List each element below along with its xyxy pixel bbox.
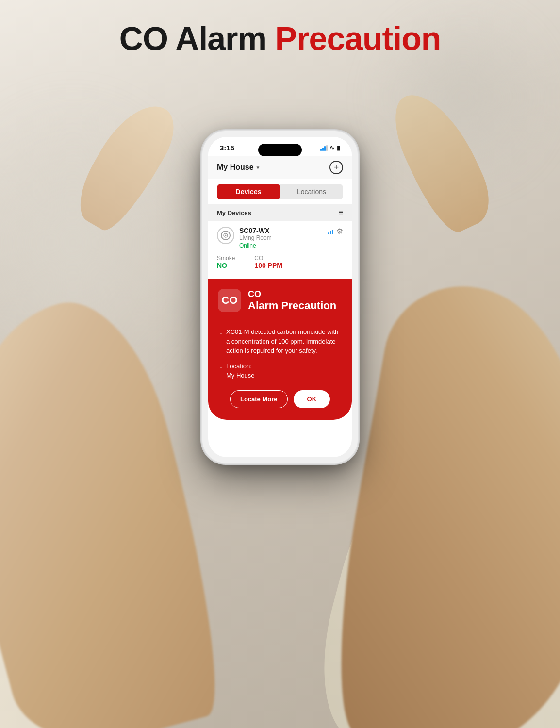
smoke-value: NO	[217, 262, 235, 269]
device-status: Online	[239, 242, 328, 249]
locate-more-button[interactable]: Locate More	[230, 390, 288, 408]
phone: 3:15 ∿ ▮ My House ▼	[202, 131, 358, 463]
device-actions: ⚙	[328, 227, 343, 236]
alert-body: · XC01-M detected carbon monoxide with a…	[218, 327, 342, 381]
page-title: CO Alarm Precaution	[0, 19, 560, 57]
device-location: Living Room	[239, 234, 328, 241]
status-time: 3:15	[220, 144, 234, 152]
device-name: SC07-WX	[239, 227, 328, 234]
svg-point-2	[225, 235, 227, 236]
alert-title-group: CO Alarm Precaution	[248, 289, 336, 312]
device-signal-icon	[328, 229, 333, 234]
status-icons: ∿ ▮	[320, 144, 340, 151]
signal-bars-icon	[320, 145, 328, 151]
title-black: CO Alarm	[119, 20, 275, 57]
alert-actions: Locate More OK	[218, 390, 342, 408]
house-name: My House	[217, 163, 254, 172]
wifi-icon: ∿	[329, 144, 335, 151]
bullet-dot-1: ·	[220, 327, 222, 339]
reading-co: CO 100 PPM	[254, 255, 282, 269]
alert-message: XC01-M detected carbon monoxide with a c…	[226, 327, 340, 356]
co-label: CO	[254, 255, 282, 262]
alert-header: CO CO Alarm Precaution	[218, 289, 342, 319]
alert-location: Location:My House	[226, 362, 255, 381]
reading-smoke: Smoke NO	[217, 255, 235, 269]
readings: Smoke NO CO 100 PPM	[217, 255, 343, 269]
ok-button[interactable]: OK	[294, 390, 330, 408]
status-bar: 3:15 ∿ ▮	[208, 137, 352, 156]
device-top: SC07-WX Living Room Online ⚙	[217, 227, 343, 249]
device-settings-icon[interactable]: ⚙	[336, 227, 343, 236]
section-header: My Devices ≡	[208, 204, 352, 221]
alert-title: Alarm Precaution	[248, 299, 336, 312]
tab-devices[interactable]: Devices	[217, 184, 280, 199]
alert-bullet-1: · XC01-M detected carbon monoxide with a…	[220, 327, 340, 356]
menu-icon[interactable]: ≡	[339, 208, 343, 217]
app-header: My House ▼ +	[208, 156, 352, 179]
alert-bullet-2: · Location:My House	[220, 362, 340, 381]
alert-co-label: CO	[248, 289, 336, 299]
bullet-dot-2: ·	[220, 362, 222, 374]
tab-locations[interactable]: Locations	[280, 184, 343, 199]
co-alert-icon: CO	[218, 289, 241, 312]
smoke-label: Smoke	[217, 255, 235, 262]
dynamic-island	[258, 144, 302, 156]
co-value: 100 PPM	[254, 262, 282, 269]
battery-icon: ▮	[337, 145, 340, 151]
section-title: My Devices	[217, 209, 251, 216]
house-selector[interactable]: My House ▼	[217, 163, 260, 172]
device-info: SC07-WX Living Room Online	[239, 227, 328, 249]
device-card[interactable]: SC07-WX Living Room Online ⚙	[208, 221, 352, 275]
tab-bar: Devices Locations	[217, 184, 343, 199]
alert-overlay: CO CO Alarm Precaution · XC01-M detected…	[208, 279, 352, 420]
dropdown-arrow-icon: ▼	[256, 165, 261, 170]
phone-screen: 3:15 ∿ ▮ My House ▼	[208, 137, 352, 457]
add-button[interactable]: +	[329, 161, 343, 174]
device-icon	[217, 227, 234, 244]
phone-wrapper: 3:15 ∿ ▮ My House ▼	[202, 131, 358, 463]
title-red: Precaution	[275, 20, 441, 57]
